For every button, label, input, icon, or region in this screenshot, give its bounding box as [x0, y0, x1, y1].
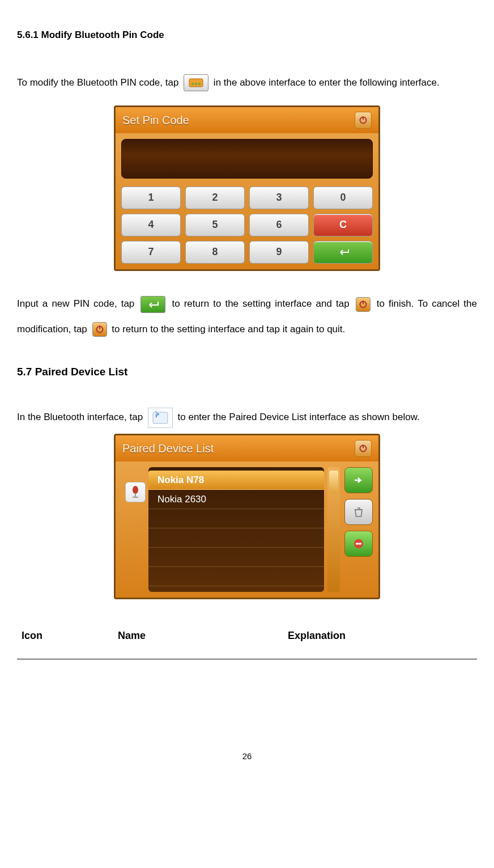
key-3[interactable]: 3 — [249, 187, 309, 209]
list-item[interactable] — [148, 548, 324, 567]
key-9[interactable]: 9 — [249, 241, 309, 264]
para-2b: to return to the setting interface and t… — [172, 298, 353, 309]
para-3b: to enter the Paired Device List interfac… — [178, 412, 420, 423]
para-1: To modify the Bluetooth PIN code, tap in… — [17, 70, 477, 95]
list-item[interactable] — [148, 567, 324, 586]
svg-point-14 — [133, 486, 138, 494]
col-icon: Icon — [22, 629, 118, 643]
microphone-icon — [125, 482, 146, 502]
pin-screen-title: Set Pin Code — [122, 112, 189, 128]
list-item[interactable]: Nokia 2630 — [148, 490, 324, 509]
svg-rect-18 — [356, 543, 361, 545]
delete-button[interactable] — [344, 499, 373, 525]
list-item[interactable] — [148, 528, 324, 548]
table-header: Icon Name Explanation — [17, 629, 477, 659]
key-0[interactable]: 0 — [313, 187, 373, 209]
svg-rect-16 — [133, 497, 138, 498]
key-enter[interactable] — [313, 241, 373, 264]
para-2d: to return to the setting interface and t… — [112, 324, 345, 335]
pin-display — [121, 139, 373, 179]
key-6[interactable]: 6 — [249, 214, 309, 236]
key-7[interactable]: 7 — [121, 241, 181, 264]
key-2[interactable]: 2 — [185, 187, 245, 209]
enter-icon — [140, 296, 165, 313]
paired-list-screenshot: Paired Device List Nokia N78 — [114, 434, 380, 599]
power-icon[interactable] — [355, 440, 372, 457]
paired-screen-title: Paired Device List — [122, 441, 214, 456]
key-4[interactable]: 4 — [121, 214, 181, 236]
scrollbar[interactable] — [327, 467, 340, 592]
power-icon-inline — [356, 297, 370, 312]
svg-rect-10 — [153, 412, 168, 424]
key-1[interactable]: 1 — [121, 187, 181, 209]
para-1b: in the above interface to enter the foll… — [214, 77, 440, 88]
list-item[interactable] — [148, 509, 324, 528]
power-icon[interactable] — [355, 112, 372, 129]
para-3: In the Bluetooth interface, tap to enter… — [17, 408, 477, 428]
list-item[interactable]: Nokia N78 — [148, 471, 324, 490]
svg-rect-15 — [135, 493, 136, 497]
set-pin-code-screenshot: Set Pin Code 1 2 3 0 4 5 6 C 7 8 9 — [114, 105, 380, 271]
svg-rect-3 — [198, 83, 201, 85]
connect-button[interactable] — [344, 467, 373, 493]
heading-57: 5.7 Paired Device List — [17, 365, 477, 380]
svg-rect-2 — [195, 83, 197, 85]
key-5[interactable]: 5 — [185, 214, 245, 236]
para-2a: Input a new PIN code, tap — [17, 298, 138, 309]
pin-setting-icon — [184, 74, 208, 91]
key-8[interactable]: 8 — [185, 241, 245, 264]
power-icon-inline-2 — [92, 322, 107, 337]
para-3a: In the Bluetooth interface, tap — [17, 412, 146, 423]
keypad: 1 2 3 0 4 5 6 C 7 8 9 — [121, 187, 373, 264]
svg-rect-1 — [191, 83, 194, 85]
col-name: Name — [118, 629, 288, 643]
heading-561: 5.6.1 Modify Bluetooth Pin Code — [17, 28, 477, 42]
key-clear[interactable]: C — [313, 214, 373, 236]
para-1a: To modify the Bluetooth PIN code, tap — [17, 77, 181, 88]
disconnect-button[interactable] — [344, 531, 373, 557]
col-expl: Explanation — [288, 629, 472, 643]
device-list[interactable]: Nokia N78 Nokia 2630 — [148, 467, 324, 592]
bluetooth-page-icon — [148, 408, 173, 428]
para-2: Input a new PIN code, tap to return to t… — [17, 291, 477, 341]
divider — [17, 659, 477, 659]
page-number: 26 — [17, 750, 477, 762]
